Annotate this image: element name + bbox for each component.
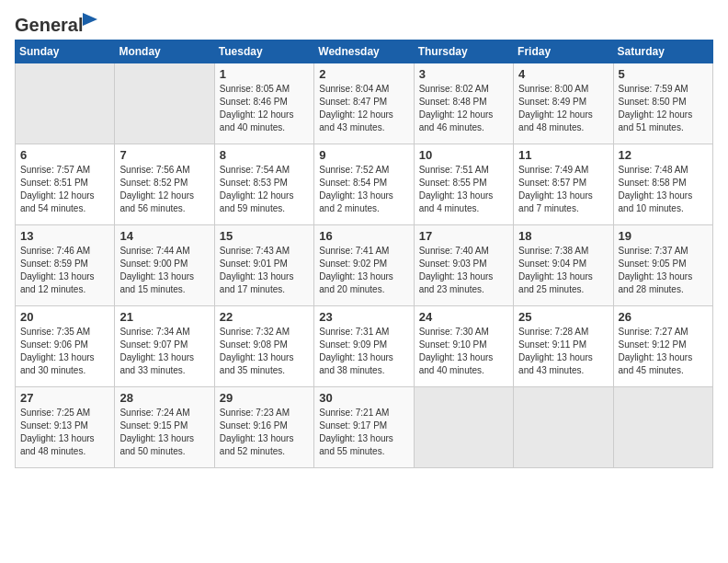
cell-info: Sunset: 8:54 PM <box>319 177 408 190</box>
calendar-cell: 10Sunrise: 7:51 AMSunset: 8:55 PMDayligh… <box>414 144 513 225</box>
cell-info: Daylight: 13 hours and 50 minutes. <box>119 432 209 458</box>
calendar-cell: 4Sunrise: 8:00 AMSunset: 8:49 PMDaylight… <box>514 63 613 144</box>
calendar-cell: 7Sunrise: 7:56 AMSunset: 8:52 PMDaylight… <box>115 144 214 225</box>
calendar-cell: 12Sunrise: 7:48 AMSunset: 8:58 PMDayligh… <box>613 144 712 225</box>
cell-info: Daylight: 13 hours and 43 minutes. <box>518 351 608 377</box>
logo-flag-icon <box>79 11 99 31</box>
cell-info: Sunset: 8:59 PM <box>20 258 109 270</box>
day-number: 24 <box>419 310 508 324</box>
cell-info: Sunset: 9:04 PM <box>518 258 608 270</box>
cell-info: Sunset: 9:17 PM <box>319 419 408 432</box>
cell-info: Sunrise: 7:24 AM <box>119 407 209 419</box>
calendar-cell <box>514 387 613 468</box>
cell-info: Daylight: 12 hours and 54 minutes. <box>20 190 109 215</box>
cell-info: Sunrise: 7:35 AM <box>20 326 109 339</box>
cell-info: Sunrise: 7:31 AM <box>319 326 408 339</box>
cell-info: Daylight: 12 hours and 59 minutes. <box>220 190 309 215</box>
cell-info: Daylight: 13 hours and 30 minutes. <box>20 351 109 377</box>
cell-info: Sunrise: 7:40 AM <box>419 245 508 258</box>
cell-info: Sunset: 9:11 PM <box>518 339 608 351</box>
cell-info: Sunrise: 7:28 AM <box>518 326 608 339</box>
calendar-cell: 28Sunrise: 7:24 AMSunset: 9:15 PMDayligh… <box>115 387 214 468</box>
cell-info: Sunset: 8:52 PM <box>119 177 209 190</box>
cell-info: Sunrise: 7:56 AM <box>119 164 209 177</box>
calendar-cell: 13Sunrise: 7:46 AMSunset: 8:59 PMDayligh… <box>16 225 115 306</box>
day-number: 19 <box>619 229 708 243</box>
day-number: 25 <box>518 310 608 324</box>
cell-info: Sunset: 9:02 PM <box>319 258 408 270</box>
day-number: 16 <box>319 229 408 243</box>
calendar-cell: 26Sunrise: 7:27 AMSunset: 9:12 PMDayligh… <box>613 306 712 387</box>
cell-info: Daylight: 13 hours and 33 minutes. <box>119 351 209 377</box>
cell-info: Sunset: 9:08 PM <box>220 339 309 351</box>
day-number: 22 <box>220 310 309 324</box>
day-number: 12 <box>619 148 708 162</box>
calendar-cell: 17Sunrise: 7:40 AMSunset: 9:03 PMDayligh… <box>414 225 513 306</box>
cell-info: Daylight: 13 hours and 55 minutes. <box>319 432 408 458</box>
calendar-cell: 19Sunrise: 7:37 AMSunset: 9:05 PMDayligh… <box>613 225 712 306</box>
cell-info: Sunrise: 7:27 AM <box>619 326 708 339</box>
day-number: 20 <box>20 310 109 324</box>
cell-info: Sunset: 9:13 PM <box>20 419 109 432</box>
cell-info: Sunrise: 8:05 AM <box>220 83 309 96</box>
cell-info: Sunrise: 7:46 AM <box>20 245 109 258</box>
cell-info: Sunset: 8:47 PM <box>319 96 408 109</box>
cell-info: Sunrise: 7:32 AM <box>220 326 309 339</box>
page-header: General <box>15 15 713 34</box>
calendar-cell: 21Sunrise: 7:34 AMSunset: 9:07 PMDayligh… <box>115 306 214 387</box>
calendar-cell: 15Sunrise: 7:43 AMSunset: 9:01 PMDayligh… <box>214 225 313 306</box>
cell-info: Sunrise: 8:00 AM <box>518 83 608 96</box>
cell-info: Daylight: 13 hours and 38 minutes. <box>319 351 408 377</box>
cell-info: Daylight: 12 hours and 51 minutes. <box>619 109 708 134</box>
cell-info: Daylight: 13 hours and 20 minutes. <box>319 270 408 296</box>
calendar-cell <box>414 387 513 468</box>
cell-info: Daylight: 13 hours and 28 minutes. <box>619 270 708 296</box>
calendar-cell: 27Sunrise: 7:25 AMSunset: 9:13 PMDayligh… <box>16 387 115 468</box>
cell-info: Sunset: 8:51 PM <box>20 177 109 190</box>
calendar-cell <box>613 387 712 468</box>
cell-info: Sunrise: 7:43 AM <box>220 245 309 258</box>
cell-info: Sunrise: 7:57 AM <box>20 164 109 177</box>
svg-marker-0 <box>83 13 97 26</box>
cell-info: Daylight: 13 hours and 25 minutes. <box>518 270 608 296</box>
cell-info: Sunset: 9:05 PM <box>619 258 708 270</box>
cell-info: Sunset: 8:46 PM <box>220 96 309 109</box>
day-number: 11 <box>518 148 608 162</box>
weekday-header-wednesday: Wednesday <box>314 40 414 63</box>
cell-info: Sunrise: 7:23 AM <box>220 407 309 419</box>
calendar-cell: 11Sunrise: 7:49 AMSunset: 8:57 PMDayligh… <box>514 144 613 225</box>
day-number: 2 <box>319 67 408 81</box>
day-number: 7 <box>119 148 209 162</box>
day-number: 6 <box>20 148 109 162</box>
cell-info: Sunrise: 7:37 AM <box>619 245 708 258</box>
cell-info: Sunrise: 7:49 AM <box>518 164 608 177</box>
calendar-table: SundayMondayTuesdayWednesdayThursdayFrid… <box>15 40 713 468</box>
day-number: 5 <box>619 67 708 81</box>
cell-info: Sunset: 8:48 PM <box>419 96 508 109</box>
day-number: 3 <box>419 67 508 81</box>
calendar-cell: 16Sunrise: 7:41 AMSunset: 9:02 PMDayligh… <box>314 225 414 306</box>
calendar-cell: 22Sunrise: 7:32 AMSunset: 9:08 PMDayligh… <box>214 306 313 387</box>
day-number: 21 <box>119 310 209 324</box>
cell-info: Sunset: 9:16 PM <box>220 419 309 432</box>
cell-info: Sunset: 9:03 PM <box>419 258 508 270</box>
cell-info: Daylight: 12 hours and 48 minutes. <box>518 109 608 134</box>
day-number: 13 <box>20 229 109 243</box>
calendar-cell: 6Sunrise: 7:57 AMSunset: 8:51 PMDaylight… <box>16 144 115 225</box>
cell-info: Sunset: 9:07 PM <box>119 339 209 351</box>
cell-info: Sunrise: 7:44 AM <box>119 245 209 258</box>
cell-info: Daylight: 12 hours and 46 minutes. <box>419 109 508 134</box>
cell-info: Daylight: 13 hours and 17 minutes. <box>220 270 309 296</box>
day-number: 23 <box>319 310 408 324</box>
calendar-cell: 30Sunrise: 7:21 AMSunset: 9:17 PMDayligh… <box>314 387 414 468</box>
calendar-cell: 14Sunrise: 7:44 AMSunset: 9:00 PMDayligh… <box>115 225 214 306</box>
weekday-header-saturday: Saturday <box>613 40 712 63</box>
weekday-header-tuesday: Tuesday <box>214 40 313 63</box>
cell-info: Sunrise: 7:54 AM <box>220 164 309 177</box>
cell-info: Sunrise: 7:25 AM <box>20 407 109 419</box>
calendar-cell: 3Sunrise: 8:02 AMSunset: 8:48 PMDaylight… <box>414 63 513 144</box>
cell-info: Sunrise: 7:52 AM <box>319 164 408 177</box>
cell-info: Sunrise: 7:59 AM <box>619 83 708 96</box>
cell-info: Daylight: 13 hours and 4 minutes. <box>419 190 508 215</box>
cell-info: Daylight: 13 hours and 48 minutes. <box>20 432 109 458</box>
